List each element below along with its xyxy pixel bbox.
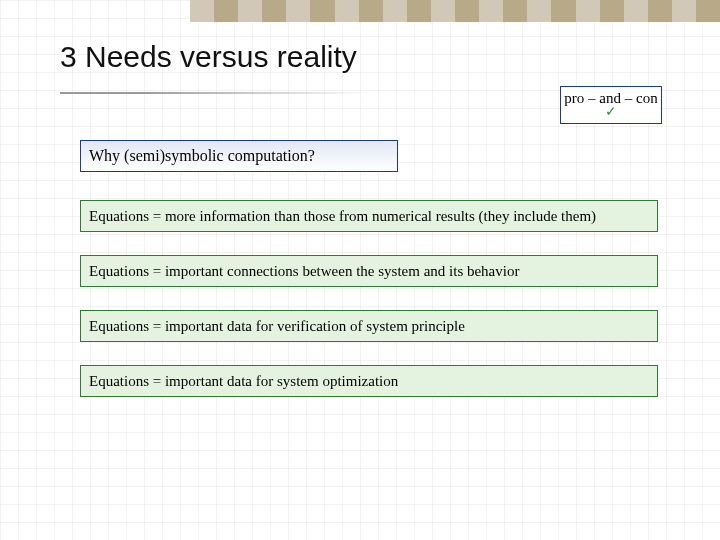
- point-item: Equations = important data for system op…: [80, 365, 658, 397]
- top-accent-bar: [190, 0, 720, 22]
- point-item: Equations = more information than those …: [80, 200, 658, 232]
- point-item: Equations = important connections betwee…: [80, 255, 658, 287]
- title-underline: [60, 92, 370, 94]
- question-box: Why (semi)symbolic computation?: [80, 140, 398, 172]
- slide: 3 Needs versus reality pro – and – con ✓…: [0, 0, 720, 540]
- point-item: Equations = important data for verificat…: [80, 310, 658, 342]
- check-icon: ✓: [561, 105, 661, 119]
- pro-con-box: pro – and – con ✓: [560, 86, 662, 124]
- slide-title: 3 Needs versus reality: [60, 40, 357, 74]
